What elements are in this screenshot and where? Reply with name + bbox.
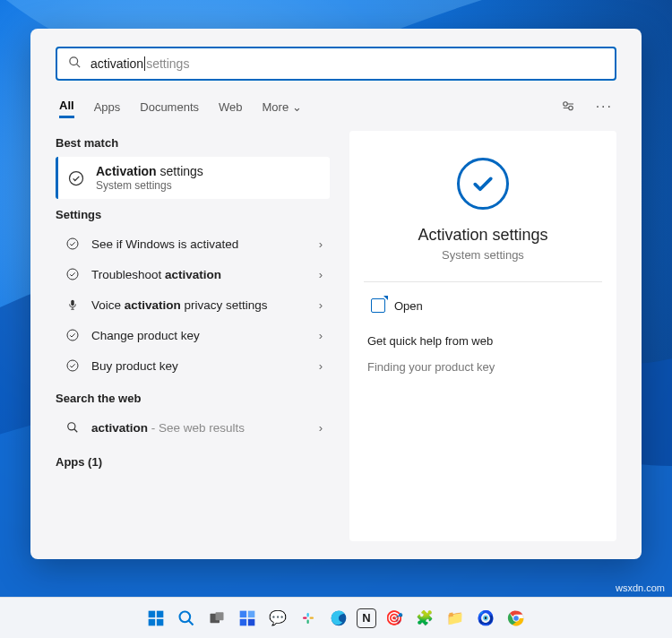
svg-rect-20	[216, 612, 224, 620]
more-options-icon[interactable]: ···	[596, 99, 613, 115]
settings-row-troubleshoot[interactable]: Troubleshoot activation ›	[56, 259, 330, 289]
svg-point-10	[67, 360, 78, 371]
explorer-icon[interactable]: 📁	[443, 606, 468, 631]
svg-point-11	[68, 423, 75, 430]
open-action[interactable]: Open	[367, 289, 599, 322]
preview-subtitle: System settings	[442, 248, 524, 262]
svg-rect-26	[310, 616, 314, 618]
quick-help-link[interactable]: Finding your product key	[367, 360, 599, 374]
svg-rect-15	[149, 618, 156, 625]
widgets-button[interactable]	[235, 606, 260, 631]
svg-rect-8	[71, 300, 74, 306]
checkmark-icon	[65, 328, 81, 342]
svg-point-17	[180, 611, 191, 622]
search-icon	[65, 421, 81, 434]
chevron-right-icon: ›	[319, 237, 323, 251]
app-icon-2[interactable]: 🧩	[412, 606, 437, 631]
section-search-web: Search the web	[56, 392, 330, 405]
checkmark-icon	[65, 267, 81, 281]
svg-rect-25	[303, 616, 307, 618]
checkmark-icon	[65, 358, 81, 373]
web-search-row[interactable]: activation - See web results ›	[56, 412, 330, 443]
app-icon-3[interactable]: 🧿	[473, 606, 498, 631]
svg-rect-14	[157, 610, 164, 617]
preview-title: Activation settings	[418, 226, 547, 245]
text-cursor	[144, 56, 145, 71]
results-list: Best match Activation settings System se…	[56, 131, 330, 541]
svg-rect-13	[149, 610, 156, 617]
best-match-subtitle: System settings	[96, 179, 203, 192]
chevron-right-icon: ›	[319, 298, 323, 312]
best-match-title: Activation settings	[96, 164, 203, 178]
filter-tabs: All Apps Documents Web More⌄ ···	[56, 95, 616, 118]
edge-icon[interactable]	[326, 606, 351, 631]
teams-icon[interactable]: 💬	[265, 606, 290, 631]
start-button[interactable]	[143, 606, 168, 631]
taskbar: 💬 N 🎯 🧩 📁 🧿	[0, 597, 672, 638]
svg-point-4	[568, 106, 573, 110]
settings-row-activated[interactable]: See if Windows is activated ›	[56, 228, 330, 259]
search-settings-icon[interactable]	[560, 99, 576, 115]
svg-line-2	[76, 64, 80, 67]
watermark: wsxdn.com	[616, 582, 665, 593]
chevron-right-icon: ›	[319, 329, 323, 342]
app-icon-1[interactable]: 🎯	[382, 606, 407, 631]
search-panel: activationsettings All Apps Documents We…	[30, 29, 642, 559]
checkmark-icon	[67, 169, 85, 187]
chevron-down-icon: ⌄	[292, 100, 302, 114]
tab-more[interactable]: More⌄	[263, 97, 303, 117]
task-view-button[interactable]	[204, 606, 229, 631]
quick-help-header: Get quick help from web	[367, 334, 599, 348]
section-settings: Settings	[56, 208, 330, 221]
notion-icon[interactable]: N	[357, 608, 376, 628]
svg-rect-22	[248, 610, 255, 617]
svg-line-18	[189, 620, 194, 625]
best-match-item[interactable]: Activation settings System settings	[56, 157, 330, 199]
open-icon	[371, 298, 385, 313]
svg-point-3	[563, 102, 567, 107]
svg-rect-23	[240, 618, 247, 625]
search-input[interactable]: activationsettings	[90, 56, 604, 71]
slack-icon[interactable]	[296, 606, 321, 631]
settings-row-buy-key[interactable]: Buy product key ›	[56, 350, 330, 381]
svg-rect-24	[248, 618, 255, 625]
svg-rect-28	[307, 619, 309, 624]
tab-web[interactable]: Web	[219, 97, 243, 117]
svg-rect-16	[157, 618, 164, 625]
preview-pane: Activation settings System settings Open…	[349, 131, 616, 541]
svg-point-5	[70, 171, 83, 185]
search-icon	[68, 56, 82, 72]
hero-check-icon	[457, 158, 509, 210]
chevron-right-icon: ›	[319, 359, 323, 373]
svg-line-12	[74, 429, 78, 433]
svg-point-7	[67, 269, 78, 280]
checkmark-icon	[65, 237, 81, 251]
chrome-icon[interactable]	[504, 606, 529, 631]
chevron-right-icon: ›	[319, 268, 323, 281]
section-apps[interactable]: Apps (1)	[56, 455, 330, 469]
section-best-match: Best match	[56, 136, 330, 150]
microphone-icon	[65, 298, 81, 311]
tab-documents[interactable]: Documents	[140, 97, 199, 117]
svg-rect-21	[240, 610, 247, 617]
svg-rect-27	[307, 613, 309, 617]
search-button[interactable]	[174, 606, 199, 631]
tab-apps[interactable]: Apps	[94, 97, 121, 117]
svg-point-6	[67, 238, 78, 249]
settings-row-voice[interactable]: Voice activation privacy settings ›	[56, 289, 330, 320]
divider	[364, 281, 602, 282]
svg-point-9	[67, 330, 78, 341]
search-box[interactable]: activationsettings	[56, 47, 616, 81]
svg-point-1	[70, 57, 78, 65]
tab-all[interactable]: All	[59, 95, 74, 118]
settings-row-change-key[interactable]: Change product key ›	[56, 320, 330, 350]
chevron-right-icon: ›	[319, 421, 323, 435]
